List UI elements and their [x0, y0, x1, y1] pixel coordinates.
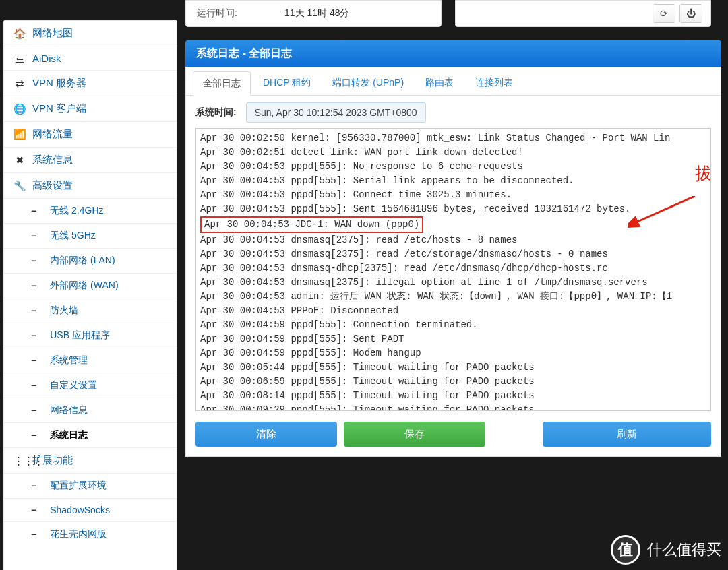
- log-line: Apr 30 00:04:53 pppd[555]: Sent 15646818…: [200, 202, 706, 216]
- control-panel: ⟳ ⏻: [455, 0, 711, 27]
- watermark-text: 什么值得买: [647, 540, 721, 560]
- log-line: Apr 30 00:08:14 pppd[555]: Timeout waiti…: [200, 389, 706, 403]
- main-content: 系统日志 - 全部日志 全部日志DHCP 租约端口转发 (UPnP)路由表连接列…: [185, 40, 721, 457]
- sidebar-ext-sub-1[interactable]: ShadowSocks: [4, 498, 177, 521]
- power-icon[interactable]: ⏻: [679, 4, 702, 23]
- sidebar-icon: 🖴: [13, 53, 26, 64]
- sidebar-item-3[interactable]: 🌐VPN 客户端: [4, 96, 177, 121]
- grid-icon: ⋮⋮⋮: [13, 455, 26, 467]
- tabs: 全部日志DHCP 租约端口转发 (UPnP)路由表连接列表: [185, 67, 721, 96]
- systime-label: 系统时间:: [195, 106, 237, 119]
- sidebar-label: VPN 服务器: [32, 77, 86, 90]
- sidebar-icon: 📶: [13, 129, 26, 141]
- sidebar-item-0[interactable]: 🏠网络地图: [4, 21, 177, 46]
- page-title: 系统日志 - 全部日志: [185, 40, 721, 67]
- save-button[interactable]: 保存: [344, 422, 485, 447]
- sidebar-icon: 🌐: [13, 103, 26, 115]
- log-line: Apr 30 00:04:53 JDC-1: WAN down (ppp0): [200, 216, 706, 233]
- sidebar-sub-0[interactable]: 无线 2.4GHz: [4, 198, 177, 223]
- log-line: Apr 30 00:04:53 admin: 运行后 WAN 状态: WAN 状…: [200, 290, 706, 304]
- sidebar-sub-3[interactable]: 外部网络 (WAN): [4, 273, 177, 298]
- tab-4[interactable]: 连接列表: [466, 71, 522, 95]
- sidebar-label: 网络地图: [32, 27, 73, 40]
- sidebar-sub-7[interactable]: 自定义设置: [4, 373, 177, 398]
- watermark: 值 什么值得买: [611, 535, 721, 565]
- sidebar-label: VPN 客户端: [32, 102, 86, 115]
- sidebar-item-2[interactable]: ⇄VPN 服务器: [4, 70, 177, 96]
- uptime-panel: 运行时间: 11天 11时 48分: [185, 0, 442, 27]
- sidebar-sub-8[interactable]: 网络信息: [4, 398, 177, 422]
- tab-0[interactable]: 全部日志: [193, 71, 251, 96]
- log-line: Apr 30 00:06:59 pppd[555]: Timeout waiti…: [200, 375, 706, 389]
- sidebar-item-5[interactable]: ✖系统信息: [4, 147, 177, 172]
- log-line: Apr 30 00:02:51 detect_link: WAN port li…: [200, 146, 706, 160]
- sidebar-sub-2[interactable]: 内部网络 (LAN): [4, 248, 177, 273]
- log-line: Apr 30 00:04:53 dnsmasq-dhcp[2375]: read…: [200, 261, 706, 276]
- log-output[interactable]: 拔掉外网网线时间 Apr 30 00:02:50 kernel: [956330…: [195, 128, 711, 411]
- log-line: Apr 30 00:04:53 PPPoE: Disconnected: [200, 304, 706, 318]
- uptime-label: 运行时间:: [197, 7, 284, 20]
- sidebar-sub-6[interactable]: 系统管理: [4, 348, 177, 373]
- sidebar-icon: 🔧: [13, 180, 26, 192]
- sidebar-item-1[interactable]: 🖴AiDisk: [4, 46, 177, 70]
- sidebar-sub-1[interactable]: 无线 5GHz: [4, 223, 177, 248]
- log-line: Apr 30 00:04:53 pppd[555]: No response t…: [200, 160, 706, 174]
- sidebar-ext-sub-0[interactable]: 配置扩展环境: [4, 473, 177, 498]
- watermark-icon: 值: [611, 535, 640, 565]
- log-line: Apr 30 00:04:53 dnsmasq[2375]: illegal o…: [200, 276, 706, 290]
- refresh-button[interactable]: 刷新: [543, 422, 711, 447]
- log-panel: 系统时间: Sun, Apr 30 10:12:54 2023 GMT+0800…: [185, 96, 721, 457]
- sidebar-item-ext[interactable]: ⋮⋮⋮扩展功能: [4, 447, 177, 473]
- sidebar-icon: ✖: [13, 154, 26, 166]
- sidebar-sub-9[interactable]: 系统日志: [4, 422, 177, 447]
- sidebar-sub-5[interactable]: USB 应用程序: [4, 323, 177, 348]
- sidebar-label: 扩展功能: [32, 454, 73, 467]
- sidebar-ext-sub-2[interactable]: 花生壳内网版: [4, 521, 177, 546]
- sidebar: 🏠网络地图🖴AiDisk⇄VPN 服务器🌐VPN 客户端📶网络流量✖系统信息🔧高…: [3, 20, 177, 570]
- log-line: Apr 30 00:04:59 pppd[555]: Sent PADT: [200, 332, 706, 346]
- log-line: Apr 30 00:04:53 dnsmasq[2375]: read /etc…: [200, 247, 706, 261]
- uptime-value: 11天 11时 48分: [284, 7, 350, 20]
- systime-value: Sun, Apr 30 10:12:54 2023 GMT+0800: [246, 102, 426, 123]
- sidebar-icon: ⇄: [13, 77, 26, 90]
- clear-button[interactable]: 清除: [195, 422, 337, 447]
- sidebar-label: 网络流量: [32, 128, 73, 141]
- tab-2[interactable]: 端口转发 (UPnP): [323, 71, 413, 95]
- sidebar-label: AiDisk: [32, 53, 61, 64]
- log-line: Apr 30 00:04:53 pppd[555]: Serial link a…: [200, 174, 706, 188]
- sidebar-item-4[interactable]: 📶网络流量: [4, 121, 177, 147]
- sidebar-sub-4[interactable]: 防火墙: [4, 298, 177, 323]
- tab-1[interactable]: DHCP 租约: [253, 71, 320, 95]
- sidebar-label: 系统信息: [32, 154, 73, 166]
- reboot-icon[interactable]: ⟳: [653, 4, 675, 23]
- sidebar-label: 高级设置: [32, 179, 73, 192]
- sidebar-icon: 🏠: [13, 28, 26, 40]
- log-line: Apr 30 00:02:50 kernel: [956330.787000] …: [200, 131, 706, 146]
- log-line: Apr 30 00:04:59 pppd[555]: Modem hangup: [200, 346, 706, 360]
- log-line: Apr 30 00:04:53 dnsmasq[2375]: read /etc…: [200, 233, 706, 247]
- tab-3[interactable]: 路由表: [416, 71, 463, 95]
- log-line: Apr 30 00:05:44 pppd[555]: Timeout waiti…: [200, 360, 706, 375]
- log-line: Apr 30 00:04:59 pppd[555]: Connection te…: [200, 318, 706, 332]
- log-line: Apr 30 00:09:29 pppd[555]: Timeout waiti…: [200, 403, 706, 411]
- sidebar-item-6[interactable]: 🔧高级设置: [4, 172, 177, 198]
- log-line: Apr 30 00:04:53 pppd[555]: Connect time …: [200, 188, 706, 202]
